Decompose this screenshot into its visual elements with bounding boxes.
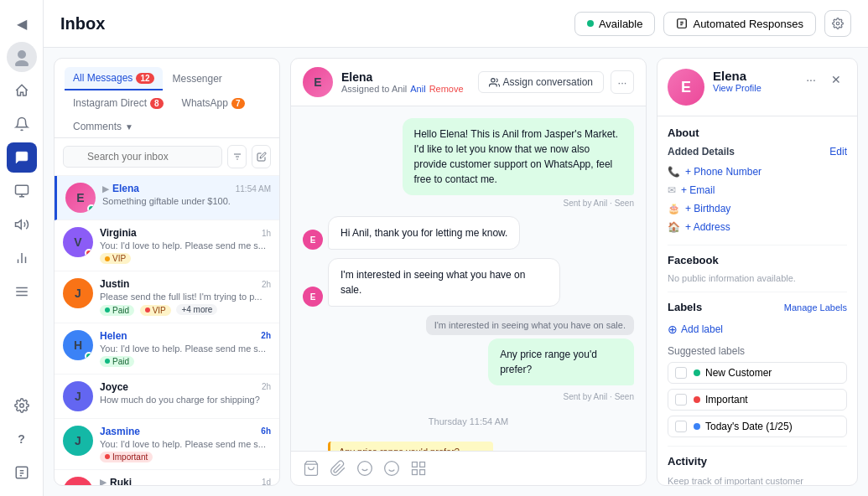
conversation-list: E ▶ Elena 11:54 AM Something giftable un…	[55, 176, 279, 485]
suggested-label-important[interactable]: Important	[668, 389, 847, 411]
chat-input-area	[291, 451, 646, 485]
status-indicator	[85, 249, 93, 257]
shop-button[interactable]	[303, 460, 320, 477]
tab-all-messages[interactable]: All Messages 12	[65, 67, 163, 90]
conv-info: Justin 2h Please send the full list! I'm…	[100, 278, 271, 316]
svg-point-1	[15, 60, 29, 66]
conv-time: 11:54 AM	[236, 184, 271, 194]
labels-title: Labels	[668, 301, 702, 313]
compose-button[interactable]	[252, 145, 271, 168]
phone-detail: 📞 + Phone Number	[668, 163, 847, 181]
auto-responses-button[interactable]: Automated Responses	[663, 12, 816, 36]
menu-icon[interactable]	[7, 276, 37, 307]
labels-row: Labels Manage Labels	[668, 301, 847, 313]
phone-icon: 📞	[668, 166, 680, 178]
attachment-button[interactable]	[330, 460, 346, 477]
settings-button[interactable]	[824, 10, 851, 37]
filter-button[interactable]	[227, 145, 247, 168]
user-avatar-icon[interactable]	[7, 42, 37, 72]
analytics-icon[interactable]	[7, 243, 37, 273]
svg-point-25	[385, 462, 399, 476]
label-chip: VIP	[140, 305, 171, 316]
gear-icon	[832, 18, 844, 29]
contact-header-actions: ··· ✕	[800, 69, 847, 90]
svg-point-22	[358, 462, 372, 476]
auto-resp-icon	[676, 18, 688, 29]
avatar: J	[63, 426, 93, 456]
close-panel-button[interactable]: ✕	[825, 69, 847, 90]
top-header: Inbox Available Automated Responses	[44, 0, 868, 48]
feedback-icon[interactable]	[7, 457, 37, 488]
status-button[interactable]: Available	[574, 12, 656, 36]
avatar: V	[63, 227, 93, 257]
conv-info: Virginia 1h You: I'd love to help. Pleas…	[100, 227, 271, 264]
megaphone-icon[interactable]	[7, 209, 37, 240]
assigned-agent-link[interactable]: Anil	[410, 84, 425, 94]
label-chip: Important	[100, 452, 153, 462]
more-options-button[interactable]: ···	[800, 69, 822, 90]
svg-rect-29	[413, 470, 418, 475]
chat-more-button[interactable]: ···	[611, 70, 634, 94]
add-label-button[interactable]: ⊕ Add label	[668, 320, 847, 338]
conversation-item[interactable]: J Jasmine 6h You: I'd love to help. Plea…	[55, 419, 279, 470]
activity-title: Activity	[668, 455, 847, 468]
conversation-item[interactable]: J Joyce 2h How much do you charge for sh…	[55, 375, 279, 419]
template-button[interactable]	[410, 460, 427, 477]
facebook-section-title: Facebook	[668, 254, 847, 266]
svg-rect-28	[420, 470, 425, 475]
home-icon[interactable]	[7, 75, 37, 106]
svg-rect-2	[15, 185, 28, 194]
chat-messages: Hello Elena! This is Anil from Jasper's …	[291, 106, 646, 451]
chat-icon[interactable]	[7, 142, 37, 173]
assign-conversation-button[interactable]: Assign conversation	[478, 71, 604, 93]
tab-messenger[interactable]: Messenger	[164, 68, 231, 90]
edit-details-link[interactable]: Edit	[829, 146, 847, 158]
conv-preview: Something giftable under $100.	[102, 196, 271, 206]
conversation-item[interactable]: E ▶ Elena 11:54 AM Something giftable un…	[55, 176, 279, 220]
label-chip: Paid	[100, 356, 134, 367]
birthday-detail: 🎂 + Birthday	[668, 199, 847, 218]
label-checkbox[interactable]	[675, 394, 687, 406]
suggested-label-new-customer[interactable]: New Customer	[668, 362, 847, 384]
remove-assignment-link[interactable]: Remove	[429, 84, 464, 94]
added-details-row: Added Details Edit	[668, 146, 847, 158]
avatar: J	[63, 278, 93, 308]
back-icon[interactable]: ◀	[7, 8, 37, 39]
svg-rect-26	[413, 462, 418, 468]
tab-whatsapp[interactable]: WhatsApp 7	[174, 92, 253, 114]
contacts-icon[interactable]	[7, 176, 37, 206]
message-row: I'm interested in seeing what you have o…	[303, 315, 634, 401]
label-checkbox[interactable]	[675, 421, 687, 432]
view-profile-link[interactable]: View Profile	[713, 83, 761, 93]
suggested-label-today-date[interactable]: Today's Date (1/25)	[668, 416, 847, 437]
conversation-item[interactable]: J Justin 2h Please send the full list! I…	[55, 271, 279, 323]
sticker-button[interactable]	[383, 460, 400, 477]
message-bubble: Hi Anil, thank you for letting me know.	[328, 216, 520, 250]
tab-instagram-direct[interactable]: Instagram Direct 8	[65, 92, 172, 114]
conversation-item[interactable]: R ▶ Ruki 1d You: I'd love to help. Pleas…	[55, 470, 279, 486]
label-chip: VIP	[100, 253, 131, 264]
emoji-button[interactable]	[356, 460, 373, 477]
online-indicator	[87, 204, 96, 213]
status-dot	[587, 20, 594, 27]
tab-comments[interactable]: Comments ▼	[65, 116, 142, 137]
settings-icon[interactable]	[7, 390, 37, 421]
conversation-item[interactable]: H Helen 2h You: I'd love to help. Please…	[55, 323, 279, 375]
contact-avatar-wrap: E Elena View Profile	[668, 69, 761, 106]
manage-labels-link[interactable]: Manage Labels	[784, 302, 847, 313]
sender-avatar: E	[303, 230, 323, 250]
label-checkbox[interactable]	[675, 367, 687, 379]
birthday-icon: 🎂	[668, 203, 680, 214]
chat-toolbar	[303, 460, 634, 477]
conversation-item[interactable]: V Virginia 1h You: I'd love to help. Ple…	[55, 220, 279, 271]
message-bubble: Any price range you'd prefer?	[488, 338, 634, 385]
notification-icon[interactable]	[7, 109, 37, 139]
search-bar: 🔍	[55, 138, 279, 176]
search-input[interactable]	[63, 146, 222, 168]
contact-avatar: E	[668, 69, 704, 106]
message-bubble: I'm interested in seeing what you have o…	[328, 258, 560, 307]
help-icon[interactable]: ?	[7, 424, 37, 454]
search-wrap: 🔍	[63, 146, 222, 168]
svg-point-20	[491, 78, 494, 81]
divider	[668, 245, 847, 245]
